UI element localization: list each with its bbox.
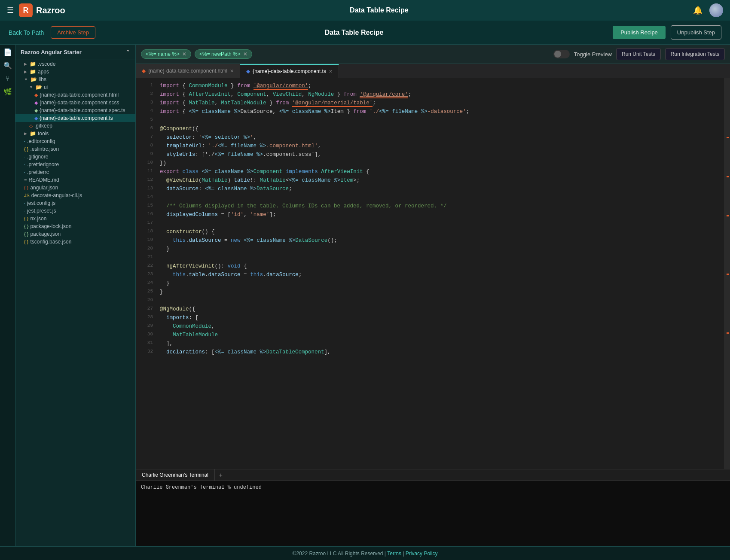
search-icon[interactable]: 🔍 (3, 61, 12, 70)
unpublish-step-button[interactable]: Unpublish Step (671, 25, 721, 40)
scroll-mark-5 (727, 332, 729, 334)
toggle-preview-label: Toggle Preview (574, 51, 612, 58)
tree-label-decorate: decorate-angular-cli.js (31, 192, 82, 198)
tab-close-ts[interactable]: ✕ (329, 69, 333, 74)
tree-item-editorconfig[interactable]: · .editorconfig (15, 137, 135, 145)
run-integration-tests-button[interactable]: Run Integration Tests (665, 48, 725, 60)
file-icon-tsconfig: { } (24, 239, 28, 244)
folder-icon-vscode: 📁 (30, 61, 36, 67)
editor-area: <%= name %> ✕ <%= newPath %> ✕ Toggle Pr… (136, 45, 730, 546)
code-content-22: ngAfterViewInit(): void { (160, 262, 721, 271)
tree-item-scss[interactable]: ◆ {name}-data-table.component.scss (15, 99, 135, 107)
tree-item-prettierignore[interactable]: · .prettierignore (15, 161, 135, 168)
source-control-icon[interactable]: ⑂ (6, 75, 10, 82)
tree-item-tools[interactable]: ▶ 📁 tools (15, 130, 135, 137)
tree-label-prettierrc: .prettierrc (27, 169, 49, 175)
tab-ts[interactable]: ◆ {name}-data-table.component.ts ✕ (240, 64, 339, 78)
code-content-17 (160, 219, 721, 228)
tree-item-angular-json[interactable]: { } angular.json (15, 184, 135, 192)
tree-item-gitkeep[interactable]: ◇ .gitkeep (15, 122, 135, 130)
code-content-32: declarations: [<%= className %>DataTable… (160, 348, 721, 356)
tree-item-gitignore[interactable]: · .gitignore (15, 153, 135, 161)
file-icon-jest-preset: · (24, 208, 25, 213)
toggle-preview-switch[interactable] (553, 50, 570, 58)
terminal-prompt: Charlie Greenman's Terminal % undefined (141, 484, 262, 490)
code-line-31: 31 ], (136, 339, 724, 348)
terminal-add-button[interactable]: + (215, 469, 227, 481)
footer-terms-link[interactable]: Terms (387, 551, 401, 557)
code-content-30: MatTableModule (160, 331, 721, 339)
tree-item-ts[interactable]: ◆ {name}-data-table.component.ts (15, 114, 135, 122)
sidebar-collapse-button[interactable]: ⌃ (125, 49, 130, 55)
tab-html[interactable]: ◆ {name}-data-table.component.html ✕ (136, 64, 240, 78)
line-num-16: 16 (139, 210, 153, 219)
files-icon[interactable]: 📄 (3, 48, 12, 56)
tag-chip-name-close[interactable]: ✕ (182, 51, 186, 57)
tree-label-package-lock: package-lock.json (30, 223, 71, 229)
scroll-mark-1 (727, 137, 729, 138)
line-num-4: 4 (139, 107, 153, 116)
tree-label-tsconfig: tsconfig.base.json (30, 239, 71, 245)
line-num-28: 28 (139, 313, 153, 322)
tag-chip-newpath-close[interactable]: ✕ (243, 51, 247, 57)
run-unit-tests-button[interactable]: Run Unit Tests (616, 48, 661, 60)
file-icon-package-json: { } (24, 231, 28, 237)
tree-item-vscode[interactable]: ▶ 📁 .vscode (15, 60, 135, 68)
tree-item-eslintrc[interactable]: { } .eslintrc.json (15, 145, 135, 153)
code-line-10: 10 }) (136, 159, 724, 167)
code-line-27: 27 @NgModule({ (136, 305, 724, 313)
tag-chip-newpath[interactable]: <%= newPath %> ✕ (195, 49, 252, 59)
code-content-31: ], (160, 339, 721, 348)
tree-item-readme[interactable]: ≡ README.md (15, 176, 135, 184)
terminal-tab-label: Charlie Greenman's Terminal (142, 472, 208, 478)
line-num-12: 12 (139, 176, 153, 185)
code-line-7: 7 selector: '<%= selector %>', (136, 133, 724, 142)
code-content-27: @NgModule({ (160, 305, 721, 313)
tab-close-html[interactable]: ✕ (230, 68, 234, 74)
tag-chip-name-label: <%= name %> (146, 51, 180, 57)
line-num-27: 27 (139, 305, 153, 313)
avatar-image (709, 3, 723, 17)
bell-icon[interactable]: 🔔 (693, 6, 703, 15)
archive-step-button[interactable]: Archive Step (51, 26, 95, 39)
tree-item-spec[interactable]: ◆ {name}-data-table.component.spec.ts (15, 107, 135, 114)
tag-chip-name[interactable]: <%= name %> ✕ (141, 49, 191, 59)
tree-item-decorate[interactable]: JS decorate-angular-cli.js (15, 192, 135, 199)
code-line-26: 26 (136, 296, 724, 305)
code-content-16: displayedColumns = ['id', 'name']; (160, 210, 721, 219)
editor-chips-toolbar: <%= name %> ✕ <%= newPath %> ✕ Toggle Pr… (136, 45, 730, 64)
file-icon-diamond: ◇ (29, 123, 33, 129)
tree-label-angular-json: angular.json (30, 185, 58, 191)
terminal-tab-1[interactable]: Charlie Greenman's Terminal (136, 469, 215, 481)
tree-item-jest-config[interactable]: · jest.config.js (15, 199, 135, 207)
avatar[interactable] (709, 3, 723, 17)
code-line-28: 28 imports: [ (136, 313, 724, 322)
tree-item-package-json[interactable]: { } package.json (15, 230, 135, 238)
editor-tabs: ◆ {name}-data-table.component.html ✕ ◆ {… (136, 64, 730, 78)
tree-item-tsconfig[interactable]: { } tsconfig.base.json (15, 238, 135, 246)
footer-privacy-link[interactable]: Privacy Policy (406, 551, 438, 557)
nav-icons: 🔔 (693, 3, 723, 17)
tree-item-prettierrc[interactable]: · .prettierrc (15, 168, 135, 176)
leaf-icon[interactable]: 🌿 (3, 88, 12, 96)
code-line-30: 30 MatTableModule (136, 331, 724, 339)
tree-item-nx-json[interactable]: { } nx.json (15, 215, 135, 222)
tree-label-gitkeep: .gitkeep (34, 123, 52, 129)
line-num-20: 20 (139, 245, 153, 253)
code-editor[interactable]: 1 import { CommonModule } from '@angular… (136, 78, 724, 469)
code-content-18: constructor() { (160, 228, 721, 236)
code-content-11: export class <%= className %>Component i… (160, 167, 721, 176)
tree-item-package-lock[interactable]: { } package-lock.json (15, 222, 135, 230)
terminal-body[interactable]: Charlie Greenman's Terminal % undefined (136, 481, 730, 544)
toggle-knob (554, 51, 561, 58)
tree-item-ui[interactable]: ▼ 📂 ui (15, 83, 135, 91)
tree-item-apps[interactable]: ▶ 📁 apps (15, 68, 135, 76)
tree-item-jest-preset[interactable]: · jest.preset.js (15, 207, 135, 215)
tab-icon-html: ◆ (142, 68, 146, 74)
line-num-15: 15 (139, 202, 153, 210)
back-to-path-link[interactable]: Back To Path (9, 29, 44, 36)
hamburger-icon[interactable]: ☰ (7, 6, 14, 15)
publish-recipe-button[interactable]: Publish Recipe (613, 26, 666, 39)
tree-item-libs[interactable]: ▼ 📂 libs (15, 76, 135, 83)
tree-item-html[interactable]: ◆ {name}-data-table.component.html (15, 91, 135, 99)
